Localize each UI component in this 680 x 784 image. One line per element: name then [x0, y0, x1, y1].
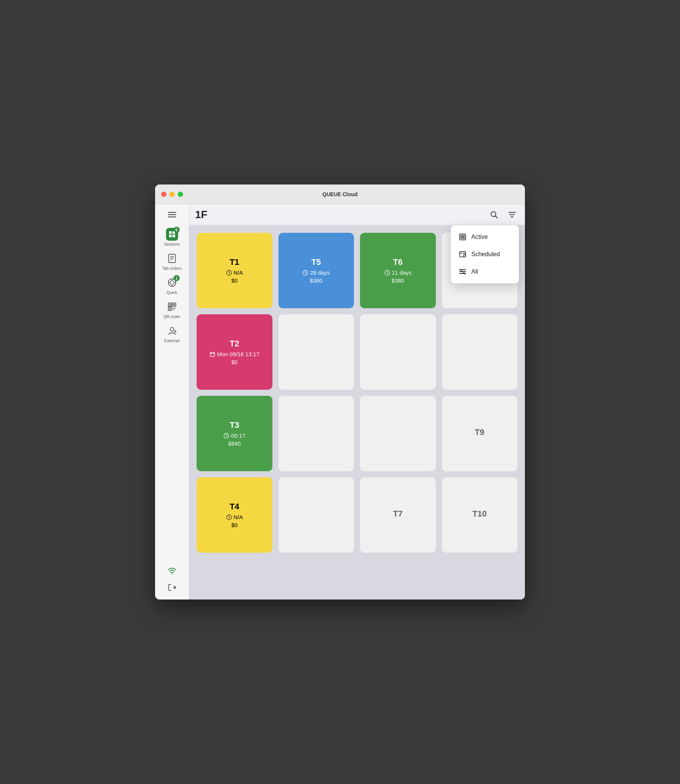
wifi-icon[interactable]: [166, 565, 178, 577]
table-amount-T4: $0: [231, 522, 238, 528]
table-amount-T1: $0: [231, 277, 238, 284]
qr-order-label: QR order: [164, 314, 180, 319]
table-card-empty7[interactable]: [279, 477, 354, 553]
filter-button[interactable]: [505, 208, 519, 222]
table-name-T4: T4: [230, 502, 239, 512]
svg-rect-18: [173, 304, 175, 306]
external-icon: [166, 325, 178, 337]
sidebar: 6 Sections Tab orders: [155, 204, 189, 600]
top-bar-actions: [487, 208, 519, 222]
svg-rect-2: [169, 235, 172, 237]
table-card-empty4[interactable]: [442, 314, 518, 390]
table-name-T3: T3: [230, 420, 239, 430]
table-card-T10[interactable]: T10: [442, 477, 518, 553]
table-name-T2: T2: [230, 339, 239, 349]
table-card-T4[interactable]: T4 N/A $0: [197, 477, 272, 553]
table-amount-T6: $380: [392, 277, 404, 284]
dropdown-scheduled-label: Scheduled: [471, 251, 500, 258]
table-card-T3[interactable]: T3 00:17 $840: [197, 396, 272, 471]
svg-point-22: [170, 327, 174, 331]
dropdown-all-label: All: [471, 268, 478, 275]
qr-order-icon: [166, 301, 178, 313]
svg-point-24: [171, 573, 172, 575]
table-name-T1: T1: [230, 257, 239, 267]
app-window: QUEUE Cloud: [155, 184, 525, 600]
logout-icon[interactable]: [166, 581, 178, 594]
table-info-T4: N/A: [226, 514, 243, 520]
maximize-button[interactable]: [178, 192, 183, 197]
table-card-T1[interactable]: T1 N/A $0: [197, 233, 272, 308]
sidebar-item-sections[interactable]: 6 Sections: [155, 225, 189, 250]
svg-rect-50: [460, 234, 466, 240]
svg-rect-40: [210, 352, 215, 357]
svg-rect-0: [169, 231, 172, 234]
svg-rect-4: [169, 254, 175, 262]
top-bar: 1F: [189, 204, 525, 225]
svg-rect-3: [172, 235, 175, 237]
dropdown-item-active[interactable]: Active: [451, 228, 519, 246]
table-name-T9: T9: [475, 427, 485, 437]
table-card-T6[interactable]: T6 11 days $380: [360, 233, 436, 308]
quick-badge: 1: [173, 275, 179, 281]
app-body: 6 Sections Tab orders: [155, 204, 525, 600]
svg-point-9: [170, 281, 174, 284]
table-info-T1: N/A: [226, 269, 243, 276]
svg-rect-19: [169, 308, 170, 310]
svg-line-36: [305, 273, 306, 273]
quick-icon: 1: [166, 277, 178, 289]
sidebar-item-external[interactable]: External: [155, 322, 189, 346]
sidebar-bottom: [166, 565, 178, 600]
table-card-T2[interactable]: T2 Mon 09/16 13:17 $0: [197, 314, 272, 390]
table-info-T2: Mon 09/16 13:17: [209, 351, 260, 357]
table-info-T6: 11 days: [384, 269, 412, 276]
table-info-T3: 00:17: [224, 432, 245, 439]
table-amount-T2: $0: [231, 359, 238, 365]
tab-orders-icon: [166, 252, 178, 264]
sections-label: Sections: [164, 242, 179, 247]
filter-dropdown: Active Scheduled: [451, 225, 519, 283]
table-name-T5: T5: [311, 257, 321, 267]
traffic-lights: [161, 192, 183, 197]
quick-label: Quick: [167, 290, 177, 295]
sidebar-item-quick[interactable]: 1 Quick: [155, 273, 189, 298]
table-name-T10: T10: [472, 509, 487, 519]
svg-line-27: [496, 216, 498, 218]
table-card-empty3[interactable]: [360, 314, 436, 390]
table-card-empty5[interactable]: [279, 396, 354, 471]
table-name-T6: T6: [393, 257, 403, 267]
svg-rect-54: [463, 237, 464, 239]
all-icon: [458, 267, 467, 276]
table-info-T5: 28 days: [302, 269, 330, 276]
table-card-T9[interactable]: T9: [442, 396, 518, 471]
external-label: External: [164, 338, 179, 343]
dropdown-active-label: Active: [471, 234, 488, 240]
window-title: QUEUE Cloud: [322, 191, 357, 197]
minimize-button[interactable]: [170, 192, 175, 197]
sections-icon: 6: [166, 228, 178, 240]
svg-line-33: [229, 273, 230, 273]
svg-line-39: [387, 273, 388, 273]
hamburger-button[interactable]: [165, 207, 179, 222]
table-card-T7[interactable]: T7: [360, 477, 436, 553]
table-name-T7: T7: [393, 509, 403, 519]
sections-badge: 6: [173, 227, 179, 233]
table-amount-T5: $360: [310, 277, 322, 284]
svg-rect-53: [461, 237, 462, 239]
close-button[interactable]: [161, 192, 167, 197]
table-card-empty6[interactable]: [360, 396, 436, 471]
sidebar-item-qr-order[interactable]: QR order: [155, 298, 189, 322]
floor-title: 1F: [195, 209, 487, 221]
table-card-T5[interactable]: T5 28 days $360: [279, 233, 354, 308]
svg-rect-17: [169, 304, 170, 306]
tab-orders-label: Tab orders: [162, 266, 182, 270]
main-content: 1F: [189, 204, 525, 600]
table-amount-T3: $840: [228, 440, 241, 447]
dropdown-item-scheduled[interactable]: Scheduled: [451, 246, 519, 263]
title-bar: QUEUE Cloud: [155, 184, 525, 204]
sidebar-item-tab-orders[interactable]: Tab orders: [155, 250, 189, 273]
search-button[interactable]: [487, 208, 501, 222]
svg-line-49: [229, 517, 230, 518]
table-card-empty2[interactable]: [279, 314, 354, 390]
svg-rect-52: [463, 235, 464, 237]
dropdown-item-all[interactable]: All: [451, 263, 519, 280]
